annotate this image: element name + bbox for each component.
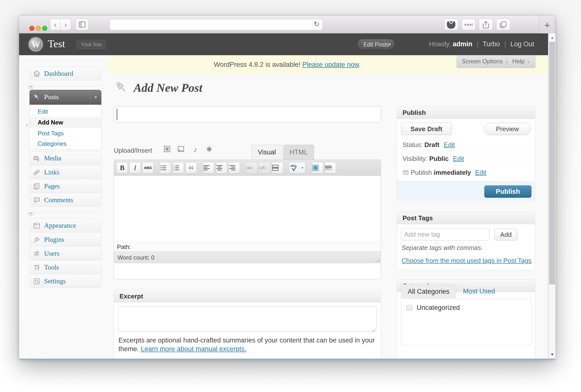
account-links: Howdy, admin | Turbo | Log Out (429, 40, 534, 48)
tab-overview-button[interactable] (496, 19, 510, 30)
fullscreen-button[interactable] (312, 162, 323, 174)
sidebar-item-plugins[interactable]: Plugins (30, 233, 101, 246)
edit-status-link[interactable]: Edit (444, 141, 455, 149)
numbered-list-icon: 1 2 3 (173, 164, 180, 171)
sidebar-item-links[interactable]: Links (30, 165, 101, 179)
tags-hint: Separate tags with commas. (402, 244, 483, 252)
tools-icon (33, 264, 41, 271)
save-draft-button[interactable]: Save Draft (401, 123, 452, 135)
bullet-list-button[interactable] (160, 162, 171, 174)
editor-canvas[interactable] (114, 176, 381, 242)
tab-most-used[interactable]: Most Used (456, 284, 502, 299)
resize-handle[interactable] (375, 258, 380, 262)
add-media-button[interactable]: ✱ (205, 145, 214, 154)
visit-site-button[interactable]: Visit Site (76, 40, 106, 49)
sidebar-item-pages[interactable]: Pages (30, 179, 101, 193)
sidebar-item-dashboard[interactable]: Dashboard (30, 67, 101, 80)
submenu-item-post-tags[interactable]: Post Tags (30, 128, 101, 139)
chevron-down-icon[interactable]: ▼ (301, 162, 304, 173)
kitchen-sink-button[interactable] (325, 162, 336, 174)
excerpt-panel-header[interactable]: Excerpt (114, 290, 381, 302)
add-audio-button[interactable]: ♪ (191, 145, 200, 154)
sidebar-item-tools[interactable]: Tools (30, 260, 101, 274)
forward-button[interactable]: › (60, 19, 71, 30)
zoom-window-button[interactable] (42, 26, 47, 31)
scrollbar-thumb[interactable] (549, 42, 555, 284)
reload-icon[interactable]: ↻ (314, 20, 320, 28)
post-tags-panel-header[interactable]: Post Tags (397, 212, 535, 224)
favorites-menu[interactable]: Edit Posts ▼ (357, 39, 395, 50)
align-right-button[interactable] (228, 162, 240, 174)
sidebar-item-media[interactable]: Media (30, 152, 101, 165)
close-window-button[interactable] (29, 26, 34, 31)
help-tab[interactable]: Help▼ (507, 55, 536, 68)
sidebar-toggle-button[interactable] (76, 19, 88, 30)
sidebar-item-appearance[interactable]: Appearance (30, 219, 101, 233)
site-name[interactable]: Test (48, 38, 65, 50)
post-title-input[interactable] (114, 106, 381, 123)
tab-html[interactable]: HTML (283, 145, 314, 160)
excerpts-learn-more-link[interactable]: Learn more about manual excerpts. (141, 345, 246, 353)
collapse-menu-icon[interactable]: « (28, 83, 34, 89)
sidebar-separator: « (30, 210, 102, 216)
strikethrough-button[interactable]: ABC (142, 162, 154, 174)
sidebar-separator: « (30, 83, 102, 89)
screen-options-tab[interactable]: Screen Options▼ (456, 55, 514, 68)
chevron-down-icon[interactable]: ▼ (385, 39, 394, 50)
more-tag-button[interactable] (272, 162, 283, 174)
bold-button[interactable]: B (116, 162, 128, 174)
comment-bubble-icon (33, 196, 41, 204)
excerpt-textarea[interactable] (118, 306, 377, 332)
update-now-link[interactable]: Please update now (302, 61, 359, 68)
new-tab-button[interactable]: + (539, 15, 555, 35)
minimize-window-button[interactable] (36, 26, 41, 31)
unlink-button[interactable] (259, 162, 270, 174)
italic-button[interactable]: I (130, 162, 141, 174)
add-video-button[interactable] (177, 145, 186, 154)
add-tag-input[interactable] (401, 228, 489, 240)
pages-icon (33, 182, 41, 190)
scroll-up-icon[interactable]: ▲ (549, 34, 556, 41)
address-bar[interactable]: ↻ (110, 19, 323, 30)
logout-link[interactable]: Log Out (510, 40, 534, 48)
edit-schedule-link[interactable]: Edit (475, 169, 486, 176)
ellipsis-icon (464, 23, 473, 26)
tab-all-categories[interactable]: All Categories (401, 284, 456, 299)
add-image-button[interactable] (163, 145, 172, 154)
preview-button[interactable]: Preview (484, 123, 531, 135)
insert-link-button[interactable] (246, 162, 257, 174)
submenu-item-add-new[interactable]: ‹ Add New (30, 117, 101, 128)
sidebar-item-comments[interactable]: Comments (30, 193, 101, 207)
add-tag-button[interactable]: Add (494, 229, 518, 240)
turbo-link[interactable]: Turbo (482, 40, 500, 48)
publish-panel-header[interactable]: Publish (397, 106, 535, 119)
username-link[interactable]: admin (452, 40, 472, 48)
numbered-list-button[interactable]: 1 2 3 (172, 162, 184, 174)
extensions-button[interactable] (462, 19, 476, 30)
submenu-item-edit[interactable]: Edit (30, 106, 101, 117)
sidebar-item-settings[interactable]: Settings (30, 274, 101, 288)
align-center-button[interactable] (216, 162, 227, 174)
spellcheck-button[interactable]: ABC ▼ (289, 162, 305, 174)
page-scrollbar[interactable]: ▲ ▼ (548, 33, 556, 359)
submenu-item-categories[interactable]: Categories (30, 138, 101, 149)
share-button[interactable] (479, 19, 493, 30)
pocket-button[interactable] (444, 19, 458, 30)
sidebar-item-users[interactable]: Users (30, 246, 101, 260)
edit-visibility-link[interactable]: Edit (453, 155, 464, 162)
align-center-icon (216, 164, 223, 171)
music-note-icon: ♪ (193, 145, 197, 154)
collapse-menu-icon[interactable]: « (28, 210, 34, 216)
blockquote-button[interactable]: “ (186, 162, 197, 174)
scroll-down-icon[interactable]: ▼ (549, 351, 556, 358)
category-checkbox[interactable] (406, 305, 412, 311)
most-used-tags-link[interactable]: Choose from the most used tags in Post T… (402, 257, 532, 265)
chevron-down-icon[interactable]: ▼ (90, 90, 101, 104)
text-caret (117, 109, 117, 120)
sidebar-item-posts[interactable]: Posts ▼ (30, 90, 102, 105)
tab-visual[interactable]: Visual (252, 145, 282, 160)
align-left-button[interactable] (203, 162, 214, 174)
star-icon: ✱ (206, 146, 212, 153)
back-button[interactable]: ‹ (50, 19, 60, 30)
publish-button[interactable]: Publish (484, 185, 532, 198)
